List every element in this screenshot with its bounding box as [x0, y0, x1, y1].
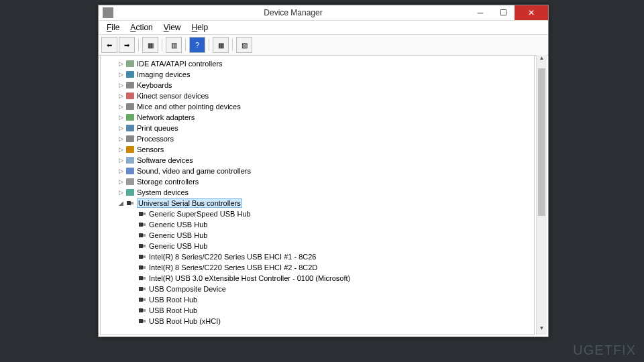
tree-item[interactable]: Generic SuperSpeed USB Hub: [105, 208, 534, 219]
back-button[interactable]: ⬅: [101, 37, 117, 53]
network-icon: [125, 113, 136, 122]
svg-rect-0: [126, 60, 134, 67]
tree-item-label: Network adapters: [137, 113, 195, 121]
svg-rect-15: [139, 212, 143, 216]
tree-item[interactable]: ▷Storage controllers: [105, 176, 534, 187]
tree-item[interactable]: ▷Mice and other pointing devices: [105, 101, 534, 112]
tree-item[interactable]: Generic USB Hub: [105, 241, 534, 251]
show-hide-tree-button[interactable]: ▦: [142, 37, 158, 53]
separator: [185, 39, 186, 51]
svg-rect-6: [126, 125, 134, 131]
scroll-up-icon[interactable]: ▲: [537, 55, 547, 65]
forward-button[interactable]: ➡: [119, 37, 135, 53]
tree-item[interactable]: Generic USB Hub: [105, 219, 534, 230]
vertical-scrollbar[interactable]: ▲ ▼: [536, 55, 547, 335]
usb-icon: [137, 231, 148, 240]
svg-rect-1: [126, 71, 134, 78]
svg-rect-2: [126, 82, 134, 88]
expander-icon[interactable]: ▷: [117, 135, 125, 142]
usb-icon: [137, 252, 148, 261]
tree-item[interactable]: USB Root Hub (xHCI): [105, 316, 534, 326]
menu-file[interactable]: File: [101, 21, 125, 34]
mouse-icon: [125, 102, 136, 111]
close-button[interactable]: ✕: [515, 5, 548, 20]
expander-icon[interactable]: ◢: [117, 200, 125, 206]
expander-icon[interactable]: ▷: [117, 114, 125, 121]
sensor-icon: [125, 145, 136, 154]
svg-rect-21: [139, 244, 143, 248]
tree-item[interactable]: ▷Imaging devices: [105, 69, 534, 80]
printer-icon: [125, 123, 136, 133]
menu-help[interactable]: Help: [186, 21, 214, 34]
tree-item[interactable]: Intel(R) 8 Series/C220 Series USB EHCI #…: [105, 251, 534, 262]
expander-icon[interactable]: ▷: [117, 168, 125, 174]
tree-item-label: Kinect sensor devices: [137, 92, 209, 100]
tree-item-label: System devices: [137, 188, 189, 196]
expander-icon[interactable]: ▷: [117, 103, 125, 110]
tree-item[interactable]: ▷Network adapters: [105, 112, 534, 123]
tree-item[interactable]: Intel(R) 8 Series/C220 Series USB EHCI #…: [105, 262, 534, 273]
expander-icon[interactable]: ▷: [117, 146, 125, 153]
tree-item[interactable]: ▷Processors: [105, 133, 534, 144]
maximize-button[interactable]: ☐: [492, 5, 515, 20]
help-button[interactable]: ?: [189, 37, 205, 53]
svg-rect-30: [143, 288, 146, 290]
tree-item[interactable]: ▷Print queues: [105, 123, 534, 133]
svg-rect-17: [139, 223, 143, 227]
usb-icon: [137, 295, 148, 304]
svg-rect-29: [139, 287, 143, 291]
expander-icon[interactable]: ▷: [117, 189, 125, 196]
tree-item-label: Universal Serial Bus controllers: [137, 198, 242, 208]
expander-icon[interactable]: ▷: [117, 178, 125, 185]
toolbar-button[interactable]: ▧: [236, 37, 252, 53]
titlebar[interactable]: Device Manager ─ ☐ ✕: [99, 5, 548, 21]
minimize-button[interactable]: ─: [469, 5, 492, 20]
tree-item[interactable]: ▷Sensors: [105, 144, 534, 155]
properties-button[interactable]: ▥: [166, 37, 182, 53]
tree-item[interactable]: USB Root Hub: [105, 294, 534, 305]
svg-rect-34: [143, 309, 146, 312]
device-tree[interactable]: ▷IDE ATA/ATAPI controllers▷Imaging devic…: [100, 55, 535, 335]
menu-view[interactable]: View: [158, 21, 186, 34]
tree-item-label: Generic USB Hub: [149, 242, 207, 250]
tree-item[interactable]: USB Root Hub: [105, 305, 534, 316]
usb-icon: [137, 316, 148, 326]
scan-hardware-button[interactable]: ▦: [213, 37, 229, 53]
tree-item[interactable]: ▷IDE ATA/ATAPI controllers: [105, 58, 534, 69]
svg-rect-8: [126, 146, 134, 153]
tree-item[interactable]: ▷Kinect sensor devices: [105, 90, 534, 101]
tree-item-label: Intel(R) 8 Series/C220 Series USB EHCI #…: [149, 263, 317, 272]
separator: [232, 39, 233, 51]
tree-item[interactable]: ▷System devices: [105, 187, 534, 198]
tree-item[interactable]: ◢Universal Serial Bus controllers: [105, 198, 534, 208]
tree-item[interactable]: ▷Keyboards: [105, 80, 534, 90]
scrollbar-thumb[interactable]: [538, 68, 545, 216]
tree-item[interactable]: ▷Software devices: [105, 155, 534, 166]
expander-icon[interactable]: ▷: [117, 60, 125, 67]
tree-item-label: Mice and other pointing devices: [137, 103, 241, 111]
svg-rect-19: [139, 233, 143, 237]
tree-item[interactable]: Generic USB Hub: [105, 230, 534, 241]
svg-rect-3: [126, 93, 134, 99]
svg-rect-10: [126, 168, 134, 174]
svg-rect-31: [139, 298, 143, 302]
usb-icon: [137, 274, 148, 283]
sound-icon: [125, 166, 136, 176]
scroll-down-icon[interactable]: ▼: [537, 325, 547, 335]
tree-item[interactable]: USB Composite Device: [105, 284, 534, 294]
svg-rect-12: [126, 189, 134, 196]
usb-icon: [137, 284, 148, 294]
expander-icon[interactable]: ▷: [117, 157, 125, 164]
tree-item[interactable]: Intel(R) USB 3.0 eXtensible Host Control…: [105, 273, 534, 284]
menu-action[interactable]: Action: [125, 21, 158, 34]
tree-item-label: Print queues: [137, 124, 178, 132]
tree-item-label: Processors: [137, 135, 174, 143]
expander-icon[interactable]: ▷: [117, 125, 125, 131]
svg-rect-23: [139, 255, 143, 259]
expander-icon[interactable]: ▷: [117, 71, 125, 78]
tree-item[interactable]: ▷Sound, video and game controllers: [105, 166, 534, 176]
system-icon: [125, 188, 136, 197]
expander-icon[interactable]: ▷: [117, 93, 125, 99]
svg-rect-32: [143, 298, 146, 301]
expander-icon[interactable]: ▷: [117, 82, 125, 88]
